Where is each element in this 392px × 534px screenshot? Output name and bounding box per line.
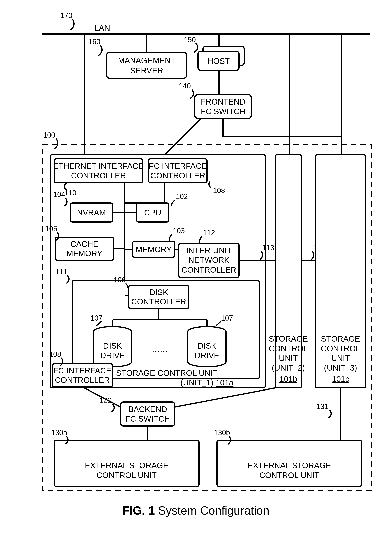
svg-text:101b: 101b (280, 375, 297, 384)
svg-text:FC INTERFACE: FC INTERFACE (149, 162, 207, 170)
ref-120: 120 (99, 396, 112, 405)
svg-text:STORAGE: STORAGE (321, 334, 360, 343)
svg-text:DISK: DISK (103, 342, 122, 350)
svg-line-7 (165, 119, 201, 155)
svg-text:UNIT: UNIT (279, 354, 298, 363)
ref-107b: 107 (221, 314, 233, 322)
scu1-caption: STORAGE CONTROL UNIT (116, 369, 218, 377)
ref-113a: 113 (262, 244, 274, 252)
svg-text:CONTROLLER: CONTROLLER (182, 265, 236, 274)
ref-150: 150 (184, 36, 196, 44)
svg-text:NETWORK: NETWORK (188, 256, 230, 264)
scu1-unit: (UNIT_1) 101a (180, 378, 234, 387)
svg-text:CONTROLLER: CONTROLLER (131, 297, 186, 306)
svg-text:DRIVE: DRIVE (195, 351, 219, 360)
ref-104: 104 (53, 190, 65, 199)
svg-text:DISK: DISK (197, 342, 216, 350)
svg-text:CPU: CPU (144, 208, 161, 217)
svg-text:BACKEND: BACKEND (128, 405, 167, 414)
ref-105: 105 (45, 225, 57, 233)
svg-line-59 (175, 388, 275, 407)
svg-text:CONTROLLER: CONTROLLER (55, 376, 110, 384)
svg-text:CACHE: CACHE (70, 239, 98, 248)
ref-160: 160 (89, 37, 100, 46)
ref-107a: 107 (90, 314, 103, 322)
disk-drive-1: DISK DRIVE (93, 327, 132, 367)
frontend-fc-label2: FC SWITCH (201, 107, 245, 116)
svg-text:(UNIT_2): (UNIT_2) (272, 363, 305, 372)
ellipsis: ⋯⋯ (152, 347, 168, 355)
svg-text:CONTROLLER: CONTROLLER (150, 171, 205, 180)
ref-131: 131 (317, 402, 328, 411)
ref-108: 108 (213, 186, 225, 195)
ref-112: 112 (203, 229, 215, 237)
svg-text:CONTROL UNIT: CONTROL UNIT (97, 471, 157, 480)
ref-130a: 130a (51, 428, 68, 437)
management-server-label: MANAGEMENT (118, 56, 176, 65)
ref-170: 170 (60, 11, 72, 20)
svg-text:EXTERNAL STORAGE: EXTERNAL STORAGE (247, 461, 331, 470)
svg-text:MEMORY: MEMORY (136, 245, 172, 254)
svg-text:CONTROL: CONTROL (321, 344, 360, 353)
ref-110: 110 (64, 189, 76, 197)
svg-text:FC SWITCH: FC SWITCH (125, 414, 170, 423)
storage-control-unit-2 (275, 155, 301, 388)
storage-control-unit-3 (315, 155, 366, 388)
figure-caption: FIG. 1 System Configuration (122, 504, 269, 517)
svg-text:ETHERNET INTERFACE: ETHERNET INTERFACE (53, 162, 144, 170)
svg-text:DRIVE: DRIVE (100, 351, 125, 360)
ref-108b: 108 (49, 350, 61, 358)
management-server-label2: SERVER (130, 66, 163, 75)
svg-text:STORAGE: STORAGE (269, 334, 308, 343)
svg-text:CONTROL: CONTROL (269, 344, 308, 353)
disk-drive-2: DISK DRIVE (188, 327, 226, 367)
ref-103: 103 (173, 226, 185, 235)
lan-label: LAN (94, 23, 110, 32)
ref-130b: 130b (214, 428, 230, 437)
ref-140: 140 (179, 82, 191, 90)
svg-text:INTER-UNIT: INTER-UNIT (186, 246, 232, 255)
svg-text:CONTROL UNIT: CONTROL UNIT (259, 471, 319, 480)
frontend-fc-label1: FRONTEND (201, 97, 245, 106)
ref-102: 102 (176, 192, 188, 201)
host-label: HOST (207, 57, 230, 66)
svg-text:CONTROLLER: CONTROLLER (71, 171, 126, 180)
ref-100: 100 (43, 131, 55, 139)
svg-text:MEMORY: MEMORY (66, 249, 102, 258)
svg-text:EXTERNAL STORAGE: EXTERNAL STORAGE (85, 461, 168, 470)
ref-106: 106 (113, 276, 126, 284)
svg-text:(UNIT_3): (UNIT_3) (324, 363, 357, 372)
svg-text:NVRAM: NVRAM (77, 208, 106, 217)
svg-text:101c: 101c (332, 375, 349, 384)
svg-text:DISK: DISK (149, 288, 168, 297)
ref-111: 111 (55, 268, 67, 276)
svg-text:FC INTERFACE: FC INTERFACE (53, 366, 112, 375)
svg-text:UNIT: UNIT (331, 354, 350, 363)
